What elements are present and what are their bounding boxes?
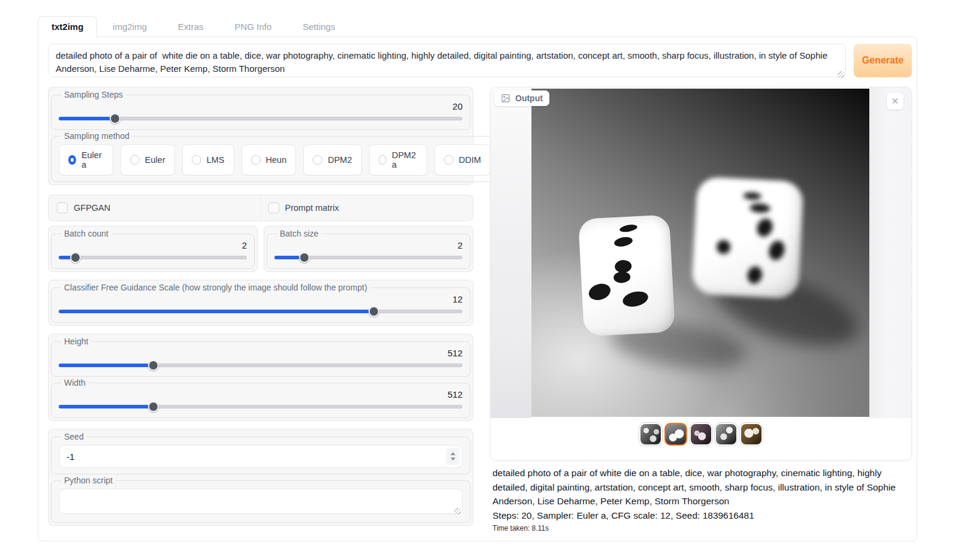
prompt-matrix-option[interactable]: Prompt matrix: [261, 196, 472, 219]
thumbnail-3[interactable]: [690, 423, 712, 446]
close-icon[interactable]: ✕: [887, 93, 903, 110]
tab-png-info[interactable]: PNG Info: [219, 17, 288, 37]
gfpgan-checkbox[interactable]: [57, 202, 68, 213]
step-down-icon[interactable]: [451, 458, 455, 461]
thumbnail-5[interactable]: [740, 423, 763, 446]
prompt-matrix-label: Prompt matrix: [285, 203, 339, 213]
slider-handle[interactable]: [70, 252, 81, 263]
batch-count-fieldset: Batch count 2: [51, 229, 255, 269]
radio-dpm2[interactable]: DPM2: [303, 144, 361, 175]
prompt-wrap: detailed photo of a pair of white die on…: [48, 44, 846, 80]
python-script-input[interactable]: [59, 489, 463, 514]
cfg-group: Classifier Free Guidance Scale (how stro…: [48, 280, 473, 326]
batch-count-slider[interactable]: [59, 253, 247, 262]
output-column: Output ✕ detailed photo of a p: [490, 87, 912, 532]
batch-row: Batch count 2 Batch size 2: [48, 226, 473, 272]
prompt-input[interactable]: detailed photo of a pair of white die on…: [48, 44, 846, 77]
slider-handle[interactable]: [148, 360, 159, 371]
height-slider[interactable]: [59, 361, 463, 370]
seed-fieldset: Seed: [51, 432, 470, 474]
radio-lms[interactable]: LMS: [182, 144, 234, 175]
seed-input[interactable]: [59, 445, 463, 468]
sampling-method-options: Euler a Euler LMS: [59, 144, 555, 175]
width-fieldset: Width 512: [51, 378, 470, 418]
gfpgan-option[interactable]: GFPGAN: [50, 196, 261, 219]
radio-label: LMS: [207, 155, 225, 165]
slider-handle[interactable]: [299, 252, 310, 263]
gallery-left-margin: [491, 87, 531, 418]
tab-extras[interactable]: Extras: [162, 17, 219, 37]
radio-label: DDIM: [459, 155, 481, 165]
generated-image[interactable]: [531, 89, 869, 417]
width-label: Width: [61, 378, 89, 388]
die-left: [578, 214, 675, 337]
app-window: txt2img img2img Extras PNG Info Settings…: [38, 15, 917, 541]
cfg-value: 12: [59, 293, 463, 305]
output-label: Output: [515, 93, 543, 103]
radio-icon: [68, 155, 76, 165]
radio-icon: [251, 155, 261, 165]
resize-handle-icon[interactable]: [838, 71, 844, 78]
result-params: Steps: 20, Sampler: Euler a, CFG scale: …: [492, 508, 909, 522]
prompt-row: detailed photo of a pair of white die on…: [48, 44, 912, 80]
result-text-block: detailed photo of a pair of white die on…: [490, 461, 912, 532]
radio-icon: [192, 155, 201, 165]
radio-label: Euler: [145, 155, 165, 165]
cfg-fieldset: Classifier Free Guidance Scale (how stro…: [51, 283, 470, 323]
radio-icon: [444, 155, 454, 165]
step-up-icon[interactable]: [451, 452, 455, 455]
checkbox-group: GFPGAN Prompt matrix: [48, 195, 473, 221]
image-icon: [501, 93, 510, 103]
seed-label: Seed: [61, 432, 87, 441]
gallery-right-margin: [869, 87, 912, 418]
cfg-slider[interactable]: [59, 307, 463, 316]
batch-size-slider[interactable]: [274, 253, 463, 262]
radio-heun[interactable]: Heun: [241, 144, 297, 175]
tab-img2img[interactable]: img2img: [97, 17, 162, 37]
thumbnail-1[interactable]: [639, 423, 662, 446]
prompt-matrix-checkbox[interactable]: [268, 202, 279, 213]
slider-handle[interactable]: [110, 113, 120, 124]
radio-label: DPM2: [328, 155, 352, 165]
radio-euler[interactable]: Euler: [120, 144, 175, 175]
thumbnail-2-selected[interactable]: [664, 423, 687, 446]
output-gallery: Output ✕: [490, 87, 912, 461]
height-value: 512: [59, 347, 463, 359]
sampling-steps-slider[interactable]: [59, 114, 463, 123]
radio-label: Euler a: [81, 150, 104, 169]
sampling-method-label: Sampling method: [61, 131, 132, 141]
python-script-label: Python script: [61, 476, 116, 485]
radio-icon: [379, 155, 386, 165]
batch-size-fieldset: Batch size 2: [267, 229, 470, 269]
dimensions-group: Height 512 Width 512: [48, 334, 473, 421]
generate-button[interactable]: Generate: [854, 44, 912, 77]
thumbnail-4[interactable]: [715, 423, 738, 446]
width-value: 512: [59, 389, 463, 401]
sampling-group: Sampling Steps 20 Sampling method Eul: [48, 87, 473, 185]
tab-bar: txt2img img2img Extras PNG Info Settings: [38, 15, 917, 37]
sampling-method-fieldset: Sampling method Euler a Euler: [51, 131, 563, 182]
radio-ddim[interactable]: DDIM: [434, 144, 491, 175]
height-label: Height: [61, 337, 91, 346]
batch-count-label: Batch count: [61, 229, 111, 238]
width-slider[interactable]: [59, 402, 463, 411]
result-time: Time taken: 8.11s: [492, 524, 909, 532]
radio-icon: [313, 155, 322, 165]
slider-handle[interactable]: [368, 306, 379, 317]
txt2img-panel: detailed photo of a pair of white die on…: [38, 37, 917, 541]
seed-stepper[interactable]: [446, 448, 460, 465]
die-right-blurred: [691, 176, 804, 299]
settings-column: Sampling Steps 20 Sampling method Eul: [48, 87, 473, 526]
sampling-steps-label: Sampling Steps: [61, 90, 126, 99]
resize-handle-icon[interactable]: [454, 508, 461, 514]
tab-settings[interactable]: Settings: [287, 17, 350, 37]
radio-euler-a[interactable]: Euler a: [59, 144, 113, 175]
tab-txt2img[interactable]: txt2img: [38, 16, 97, 37]
thumbnail-strip: [491, 423, 911, 446]
slider-handle[interactable]: [148, 401, 159, 412]
batch-size-value: 2: [274, 240, 463, 252]
radio-dpm2-a[interactable]: DPM2 a: [369, 144, 427, 175]
python-script-fieldset: Python script: [51, 476, 470, 523]
result-prompt: detailed photo of a pair of white die on…: [492, 466, 909, 508]
seed-group: Seed Python script: [48, 429, 473, 526]
